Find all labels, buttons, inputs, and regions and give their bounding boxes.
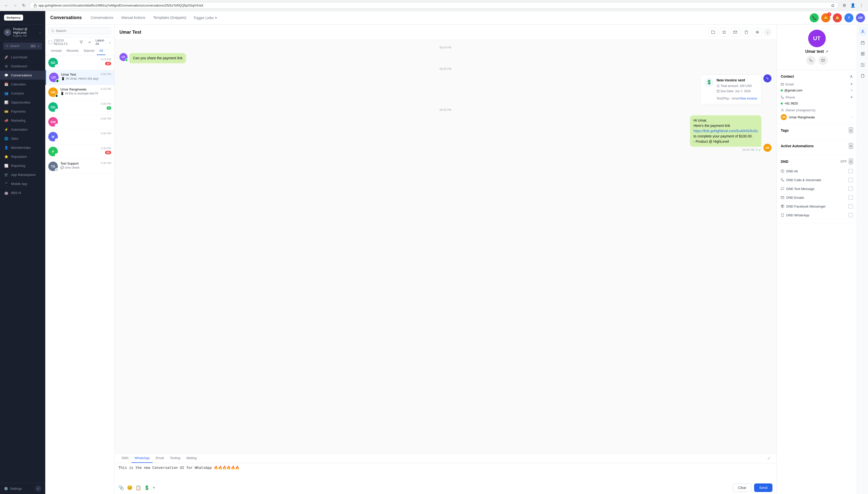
search-box[interactable]: Search ⌘K + (3, 42, 42, 50)
help-button[interactable]: ? (844, 13, 853, 22)
list-item[interactable]: UT 📱 Umar Test 📱 Hi Umar, Here's the pay… (45, 70, 114, 85)
automations-section: Active Automations ∨ (777, 139, 857, 155)
view-invoice-button[interactable]: View invoice (739, 96, 757, 101)
star-icon (722, 30, 726, 34)
tab-manual-actions[interactable]: Manual Actions (117, 12, 149, 24)
compose-tab-mailing[interactable]: Mailing (183, 454, 200, 463)
sidebar-item-calendars[interactable]: 📅 Calendars (0, 80, 45, 89)
refresh-button[interactable]: ↻ (20, 2, 27, 9)
conv-tab-starred[interactable]: Starred (81, 47, 97, 55)
calendar-sidebar-button[interactable] (859, 39, 867, 47)
grid-sidebar-button[interactable] (859, 50, 867, 58)
back-button[interactable]: ← (3, 2, 10, 9)
filter-button[interactable] (753, 27, 762, 37)
document-sidebar-button[interactable] (859, 72, 867, 80)
conv-search-box[interactable] (48, 27, 111, 34)
list-item[interactable]: UR 📱 Umar Ranginwala 📱 Hi this is exampl… (45, 85, 114, 100)
extensions-button[interactable]: ⚙ (841, 2, 848, 9)
template-button[interactable]: 📋 (135, 485, 141, 491)
compose-tab-sms[interactable]: SMS (118, 454, 131, 463)
compose-tab-texting[interactable]: Texting (167, 454, 183, 463)
contact-detail-button[interactable] (859, 27, 867, 36)
conv-tab-all[interactable]: All (97, 47, 105, 55)
sidebar-item-automation[interactable]: ⚡ Automation (0, 125, 45, 134)
email-button[interactable] (731, 27, 740, 37)
expand-button[interactable]: › (764, 28, 772, 36)
user-avatar-button[interactable]: UR (856, 13, 865, 22)
dollar-button[interactable]: 💲 (144, 485, 150, 491)
checkbox-sidebar-button[interactable] (859, 61, 867, 69)
add-email-button[interactable]: + (850, 82, 853, 87)
payment-link[interactable]: https://link.gohighlevel.com/l/u40HGRu5z (694, 129, 758, 133)
clear-button[interactable]: Clear (733, 483, 752, 492)
sidebar-item-sites[interactable]: 🌐 Sites (0, 134, 45, 143)
attach-button[interactable]: 📎 (118, 485, 124, 491)
tab-conversations[interactable]: Conversations (87, 12, 117, 24)
folder-button[interactable] (708, 27, 718, 37)
sidebar-item-marketing[interactable]: 📣 Marketing (0, 116, 45, 125)
sidebar-item-payments[interactable]: 💳 Payments (0, 107, 45, 116)
dnd-whatsapp-checkbox[interactable] (848, 213, 853, 217)
sidebar-item-opportunities[interactable]: 📊 Opportunities (0, 98, 45, 107)
notification-button[interactable]: 🔔 3 (821, 13, 830, 22)
conv-edit-button[interactable]: ✏ (87, 39, 93, 46)
address-bar[interactable]: app.gohighlevel.com/v2/location/bbdl5v24… (30, 2, 838, 8)
add-button[interactable]: + (153, 485, 155, 491)
dnd-text-checkbox[interactable] (848, 187, 853, 191)
automations-toggle-button[interactable]: ∨ (849, 143, 853, 149)
email-edit-button[interactable]: ✎ (850, 89, 853, 92)
sidebar-settings[interactable]: ⚙️ Settings ‹ (0, 483, 45, 494)
conv-tab-unread[interactable]: Unread (48, 47, 64, 55)
sidebar-item-reporting[interactable]: 📈 Reporting (0, 161, 45, 170)
star-button[interactable] (720, 27, 729, 37)
dnd-all-checkbox[interactable] (848, 169, 853, 173)
forward-button[interactable]: → (12, 2, 19, 9)
compose-tab-whatsapp[interactable]: WhatsApp (131, 454, 153, 463)
add-phone-button[interactable]: + (850, 95, 853, 100)
list-item[interactable]: P @ 5:38 PM 69 (45, 144, 114, 159)
dnd-toggle-button[interactable]: ∧ (849, 158, 853, 164)
call-contact-button[interactable] (807, 56, 815, 65)
tab-trigger-links[interactable]: Trigger Links ▼ (190, 12, 220, 24)
sidebar-item-memberships[interactable]: 👤 Memberships (0, 143, 45, 152)
sidebar-item-bb9-ai[interactable]: 🤖 BB9 AI (0, 188, 45, 197)
sidebar-item-conversations[interactable]: 💬 Conversations (0, 71, 45, 80)
compose-tab-email[interactable]: Email (153, 454, 167, 463)
tags-toggle-button[interactable]: ∨ (849, 127, 853, 133)
sidebar-item-contacts[interactable]: 👥 Contacts (0, 89, 45, 98)
send-button[interactable]: Send (754, 483, 773, 492)
conv-tab-recents[interactable]: Recents (64, 47, 81, 55)
sidebar-user[interactable]: P Product @ HighLevel Eugene, OR ⌄ (0, 24, 45, 40)
delete-button[interactable] (742, 27, 751, 37)
list-item[interactable]: SG @ 8:23 PM 34 (45, 55, 114, 70)
phone-button[interactable]: 📞 (810, 13, 819, 22)
dnd-facebook-checkbox[interactable] (848, 204, 853, 209)
compose-input[interactable] (114, 463, 776, 481)
sidebar-item-mobile-app[interactable]: 📱 Mobile App (0, 179, 45, 188)
list-item[interactable]: TS 💬 Test Support 💬 sms check 5:36 PM (45, 159, 114, 174)
compose-expand-button[interactable]: ⤢ (767, 456, 771, 461)
contact-collapse-button[interactable]: ∧ (850, 74, 853, 79)
sidebar-item-launchpad[interactable]: 🚀 Launchpad (0, 53, 45, 61)
alert-button[interactable]: 🔔 (833, 13, 842, 22)
sidebar-collapse-button[interactable]: ‹ (35, 486, 41, 492)
external-link-icon[interactable]: ↗ (825, 50, 828, 54)
dnd-calls-checkbox[interactable] (848, 178, 853, 182)
list-item[interactable]: SW ◻ 6:06 PM (45, 115, 114, 129)
sidebar-item-app-marketplace[interactable]: 🛒 App Marketplace (0, 170, 45, 179)
email-contact-button[interactable] (818, 56, 828, 65)
conv-sort-dropdown[interactable]: Latest-All ⌄ (95, 39, 111, 46)
tab-templates[interactable]: Templates (Snippets) (149, 12, 190, 24)
sidebar-item-reputation[interactable]: ⭐ Reputation (0, 152, 45, 161)
select-all-checkbox[interactable] (48, 40, 52, 44)
dnd-email-checkbox[interactable] (848, 195, 853, 200)
conv-filter-button[interactable] (78, 39, 85, 46)
sidebar-item-dashboard[interactable]: ⊞ Dashboard (0, 61, 45, 71)
menu-button[interactable]: ⋮ (858, 2, 865, 9)
emoji-button[interactable]: 😊 (127, 485, 132, 491)
list-item[interactable]: SG @ 6:08 PM 1 (45, 100, 114, 115)
profile-button[interactable]: 👤 (849, 2, 856, 9)
list-item[interactable]: M @ 6:06 PM (45, 129, 114, 144)
conv-search-input[interactable] (56, 29, 108, 33)
owner-value-row[interactable]: UR Umar Ranginwala › (781, 114, 853, 120)
